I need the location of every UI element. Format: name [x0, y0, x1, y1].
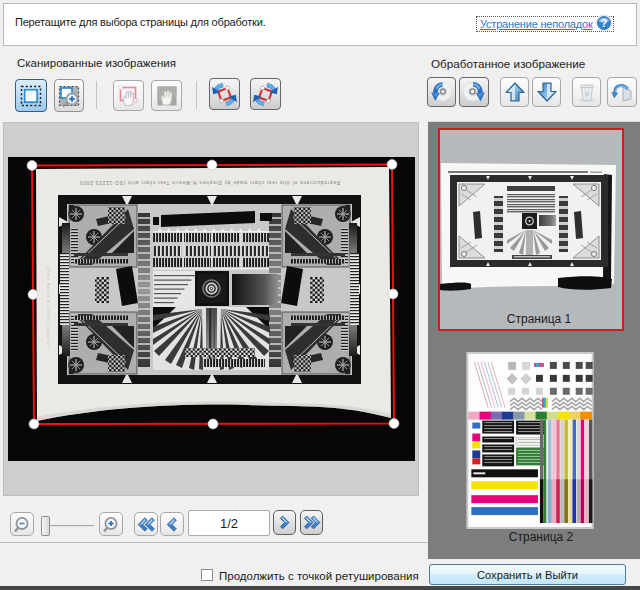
svg-text:Reproductions of this test cha: Reproductions of this test chart made by…: [80, 180, 340, 185]
svg-text:?: ?: [601, 17, 607, 29]
svg-text:Chart Serial No 0000 resolutio: Chart Serial No 0000 resolution: [46, 267, 50, 347]
